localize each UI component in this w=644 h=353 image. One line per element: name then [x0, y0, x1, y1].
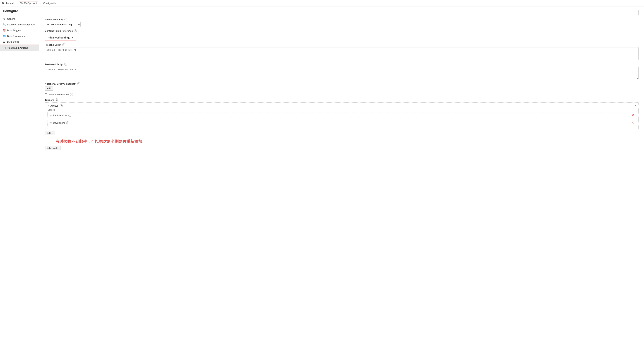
developers-help[interactable]: ?	[66, 121, 69, 124]
developers-label: Developers	[53, 122, 65, 124]
sidebar-item-post-build-actions[interactable]: 📋 Post-build Actions	[0, 44, 39, 51]
content-token-help[interactable]: ?	[74, 29, 77, 32]
build-triggers-icon: ⏰	[3, 29, 6, 32]
developers-close[interactable]: ✕	[632, 121, 634, 124]
recipient-list-help[interactable]: ?	[68, 114, 71, 117]
postsend-script-label: Post-send Script ?	[45, 63, 639, 66]
attach-build-log-label: Attach Build Log ?	[45, 18, 639, 21]
add-trigger-button[interactable]: Add ▾	[45, 131, 55, 135]
save-to-workspace-row: Save to Workspace ?	[45, 93, 639, 96]
advanced-button[interactable]: Advanced ▾	[45, 146, 61, 150]
nav-configuration[interactable]: Configuration	[43, 2, 57, 4]
sidebar-title: Configure	[0, 9, 39, 16]
sidebar-item-build-environment[interactable]: 🌐 Build Environment	[0, 33, 39, 39]
post-build-icon: 📋	[3, 46, 6, 49]
sidebar-item-build-steps[interactable]: ☰ Build Steps	[0, 39, 39, 44]
sidebar-label-build-steps: Build Steps	[7, 40, 19, 43]
chevron-up-icon: ∧	[72, 36, 73, 39]
recipient-list-item: ≡ Recipient List ? ✕	[48, 112, 636, 118]
groovy-classpath-label: Additional Groovy classpath ?	[45, 82, 639, 85]
dropdown-arrow-icon: ▾	[52, 132, 53, 134]
sidebar-item-general[interactable]: ⚙ General	[0, 16, 39, 22]
general-icon: ⚙	[3, 17, 6, 20]
recipient-list-label: Recipient List	[53, 114, 67, 117]
trigger-always-header: ≡ Always ?	[48, 104, 636, 107]
sidebar-label-general: General	[7, 17, 16, 20]
content-area: Attach Build Log ? Do Not Attach Build L…	[40, 6, 644, 353]
triggers-row: Triggers ? ≡ Always ? ✕ Send To ≡ Recipi…	[45, 98, 639, 135]
save-to-workspace-checkbox[interactable]	[45, 93, 47, 96]
content-token-reference-row: Content Token Reference ?	[45, 29, 639, 32]
nav-project[interactable]: WeiXinOpenApi	[19, 1, 38, 5]
triggers-help[interactable]: ?	[55, 98, 58, 101]
top-input-bar[interactable]	[45, 10, 639, 15]
developers-item: ≡ Developers ? ✕	[48, 120, 636, 126]
triggers-label: Triggers ?	[45, 98, 639, 101]
postsend-script-textarea[interactable]: $DEFAULT_POSTSEND_SCRIPT	[45, 67, 639, 79]
recipient-list-close[interactable]: ✕	[632, 114, 634, 117]
developers-drag-icon: ≡	[50, 121, 52, 124]
presend-script-row: Presend Script ? $DEFAULT_PRESEND_SCRIPT	[45, 43, 639, 60]
drag-handle-icon: ≡	[48, 104, 49, 107]
source-code-icon: 🔧	[3, 23, 6, 26]
sidebar-item-source-code[interactable]: 🔧 Source Code Management	[0, 22, 39, 27]
save-to-workspace-help[interactable]: ?	[70, 93, 73, 96]
main-layout: Configure ⚙ General 🔧 Source Code Manage…	[0, 6, 644, 353]
sidebar-label-source-code: Source Code Management	[7, 23, 35, 26]
advanced-settings-toggle[interactable]: Advanced Settings ∧	[45, 35, 76, 40]
annotation-text: 有时候收不到邮件，可以把这两个删除再重新添加	[56, 139, 639, 144]
build-steps-icon: ☰	[3, 40, 6, 43]
build-environment-icon: 🌐	[3, 34, 6, 37]
nav-dashboard[interactable]: Dashboard	[2, 2, 14, 4]
attach-build-log-row: Attach Build Log ? Do Not Attach Build L…	[45, 18, 639, 27]
nav-separator-1: ›	[16, 2, 16, 4]
sidebar-item-build-triggers[interactable]: ⏰ Build Triggers	[0, 27, 39, 33]
advanced-settings-label: Advanced Settings	[48, 36, 70, 39]
sidebar-label-build-environment: Build Environment	[7, 35, 26, 37]
sidebar-label-post-build: Post-build Actions	[8, 46, 28, 49]
advanced-button-label: Advanced	[47, 147, 56, 149]
nav-separator-2: ›	[40, 2, 41, 4]
trigger-always-label: Always	[50, 104, 58, 107]
presend-script-textarea[interactable]: $DEFAULT_PRESEND_SCRIPT	[45, 47, 639, 60]
send-to-label: Send To	[48, 109, 636, 111]
content-token-label: Content Token Reference ?	[45, 29, 639, 32]
attach-build-log-help[interactable]: ?	[64, 18, 67, 21]
recipient-list-drag-icon: ≡	[50, 114, 52, 117]
groovy-classpath-row: Additional Groovy classpath ? Add	[45, 82, 639, 91]
add-groovy-button[interactable]: Add	[45, 86, 53, 91]
top-navigation: Dashboard › WeiXinOpenApi › Configuratio…	[0, 0, 644, 6]
sidebar: Configure ⚙ General 🔧 Source Code Manage…	[0, 6, 40, 353]
advanced-dropdown-icon: ▾	[57, 147, 58, 149]
attach-build-log-select[interactable]: Do Not Attach Build Log Attach Build Log…	[45, 22, 80, 27]
presend-script-help[interactable]: ?	[62, 43, 65, 46]
save-to-workspace-label: Save to Workspace	[48, 93, 68, 96]
postsend-script-help[interactable]: ?	[64, 63, 67, 66]
add-trigger-label: Add	[47, 132, 51, 134]
postsend-script-row: Post-send Script ? $DEFAULT_POSTSEND_SCR…	[45, 63, 639, 80]
sidebar-label-build-triggers: Build Triggers	[7, 29, 21, 32]
presend-script-label: Presend Script ?	[45, 43, 639, 46]
trigger-always-close[interactable]: ✕	[634, 104, 637, 107]
groovy-classpath-help[interactable]: ?	[77, 82, 80, 85]
trigger-always-help[interactable]: ?	[60, 104, 63, 107]
trigger-always-block: ≡ Always ? ✕ Send To ≡ Recipient List ? …	[45, 102, 639, 129]
